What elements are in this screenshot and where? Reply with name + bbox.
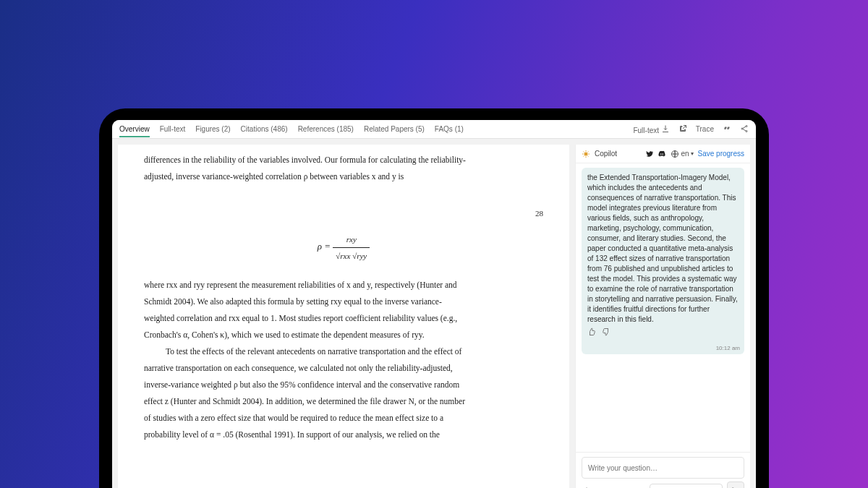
tab-related[interactable]: Related Papers (5) — [364, 125, 425, 133]
paper-line: effect z (Hunter and Schmidt 2004). In a… — [144, 393, 543, 410]
open-external-button[interactable] — [678, 124, 687, 134]
svg-point-0 — [746, 125, 747, 127]
page-number: 28 — [144, 205, 543, 221]
tab-references[interactable]: References (185) — [298, 125, 354, 133]
question-input[interactable] — [582, 457, 744, 479]
paper-line: differences in the reliability of the va… — [144, 152, 543, 168]
download-icon — [661, 124, 670, 133]
language-selector[interactable]: en ▾ — [671, 150, 693, 158]
copilot-sidebar: Copilot en ▾ Save progress the Extended … — [575, 145, 750, 488]
thumbs-up-button[interactable] — [587, 328, 596, 340]
copilot-messages[interactable]: the Extended Transportation-Imagery Mode… — [576, 163, 750, 452]
copilot-header: Copilot en ▾ Save progress — [576, 145, 750, 163]
thumbs-down-button[interactable] — [602, 328, 610, 340]
globe-icon — [671, 150, 679, 158]
svg-point-3 — [584, 152, 588, 155]
feedback-row — [587, 328, 739, 340]
paper-line: To test the effects of the relevant ante… — [144, 343, 543, 360]
chevron-down-icon: ▾ — [691, 150, 694, 157]
paper-line: Cronbach's α, Cohen's κ), which we used … — [144, 327, 543, 343]
tab-strip: Overview Full-text Figures (2) Citations… — [119, 125, 464, 133]
share-icon — [740, 124, 749, 133]
quote-icon — [723, 124, 731, 133]
formula-fraction: rxy √rxx √ryy — [333, 231, 370, 264]
cite-button[interactable] — [723, 124, 731, 134]
svg-point-1 — [741, 128, 743, 129]
paper-line: inverse-variance weighted ρ but also the… — [144, 377, 543, 393]
copilot-brand-label: Copilot — [595, 150, 617, 158]
tab-faqs[interactable]: FAQs (1) — [435, 125, 464, 133]
paper-line: Schmidt 2004). We also adapted this form… — [144, 294, 543, 310]
tab-overview[interactable]: Overview — [119, 125, 150, 137]
paper-line: of studies with a zero effect size that … — [144, 410, 543, 427]
formula-block: ρ = rxy √rxx √ryy — [144, 231, 543, 264]
paper-line: probability level of α = .05 (Rosenthal … — [144, 427, 543, 443]
send-button[interactable] — [727, 481, 744, 488]
thumbs-down-icon — [602, 328, 610, 336]
paper-line: weighted correlation and rxx equal to 1.… — [144, 310, 543, 327]
formula-numerator: rxy — [333, 231, 370, 248]
copilot-input-area — [576, 452, 750, 479]
fulltext-download-link[interactable]: Full-text — [633, 124, 669, 134]
assistant-message: the Extended Transportation-Imagery Mode… — [582, 168, 744, 354]
trace-button[interactable]: Trace — [696, 125, 714, 133]
tab-figures[interactable]: Figures (2) — [195, 125, 230, 133]
save-progress-link[interactable]: Save progress — [698, 150, 744, 158]
formula-denominator: √rxx √ryy — [333, 248, 370, 264]
paper-viewer[interactable]: differences in the reliability of the va… — [118, 145, 569, 488]
main-body: differences in the reliability of the va… — [112, 139, 756, 488]
svg-point-2 — [746, 130, 747, 132]
tab-fulltext[interactable]: Full-text — [160, 125, 186, 133]
copilot-footer: 0/2500 Σ Clip math & tables — [576, 479, 750, 488]
external-link-icon — [678, 124, 687, 133]
top-toolbar: Overview Full-text Figures (2) Citations… — [112, 120, 756, 139]
copilot-logo-icon — [582, 150, 590, 158]
tab-citations[interactable]: Citations (486) — [241, 125, 288, 133]
clip-math-button[interactable]: Σ Clip math & tables — [650, 484, 723, 489]
paper-line: narrative transportation on each consequ… — [144, 360, 543, 377]
message-text: the Extended Transportation-Imagery Mode… — [587, 174, 738, 323]
thumbs-up-icon — [587, 328, 596, 336]
app-screen: Overview Full-text Figures (2) Citations… — [112, 120, 756, 488]
paper-line: adjusted, inverse variance-weighted corr… — [144, 168, 543, 185]
device-frame: Overview Full-text Figures (2) Citations… — [99, 108, 769, 488]
discord-icon[interactable] — [658, 150, 666, 158]
paper-line: where rxx and ryy represent the measurem… — [144, 277, 543, 294]
language-label: en — [681, 150, 689, 158]
toolbar-actions: Full-text Trace — [633, 124, 749, 134]
message-timestamp: 10:12 am — [716, 344, 740, 352]
share-button[interactable] — [740, 124, 749, 134]
twitter-icon[interactable] — [644, 150, 653, 158]
formula-lhs: ρ = — [318, 241, 331, 252]
